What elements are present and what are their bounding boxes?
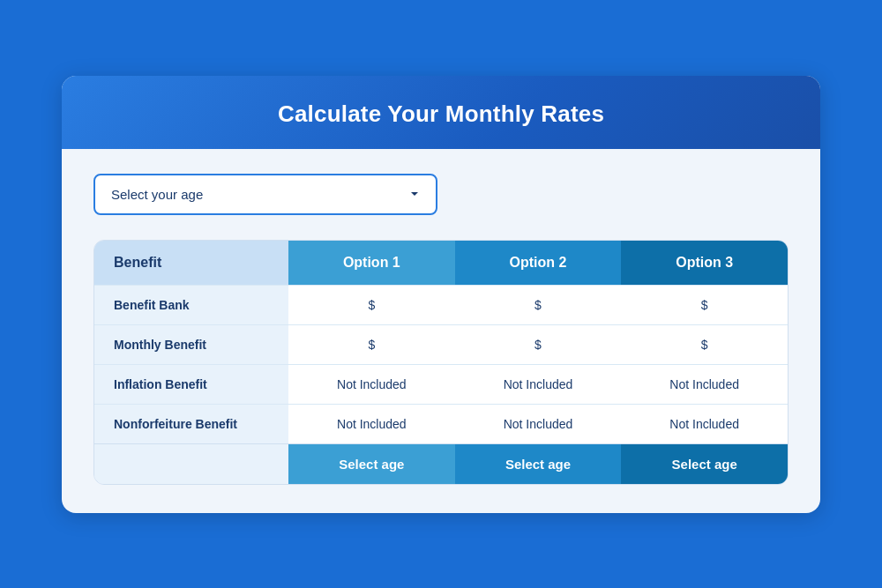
- footer-empty-cell: [94, 443, 288, 484]
- age-select[interactable]: Select your age Under 30 30–39 40–49 50–…: [93, 174, 437, 215]
- benefit-bank-opt2: $: [455, 285, 622, 324]
- col-option1-header: Option 1: [288, 241, 455, 286]
- table-row: Monthly Benefit $ $ $: [94, 324, 788, 364]
- monthly-benefit-label: Monthly Benefit: [94, 324, 288, 364]
- page-title: Calculate Your Monthly Rates: [97, 100, 785, 128]
- table-header-row: Benefit Option 1 Option 2 Option 3: [94, 241, 788, 286]
- nonforfeiture-benefit-opt3: Not Included: [621, 404, 788, 443]
- nonforfeiture-benefit-opt1: Not Included: [288, 404, 455, 443]
- age-select-wrapper: Select your age Under 30 30–39 40–49 50–…: [93, 174, 789, 215]
- monthly-benefit-opt2: $: [455, 324, 622, 364]
- table-footer-row: Select age Select age Select age: [94, 443, 788, 484]
- inflation-benefit-opt1: Not Included: [288, 364, 455, 404]
- table-row: Inflation Benefit Not Included Not Inclu…: [94, 364, 788, 404]
- nonforfeiture-benefit-opt2: Not Included: [455, 404, 622, 443]
- card-header: Calculate Your Monthly Rates: [62, 76, 820, 149]
- col-option3-header: Option 3: [621, 241, 788, 286]
- inflation-benefit-opt3: Not Included: [621, 364, 788, 404]
- footer-opt3-cell: Select age: [621, 443, 788, 484]
- col-option2-header: Option 2: [455, 241, 622, 286]
- table-row: Nonforfeiture Benefit Not Included Not I…: [94, 404, 788, 443]
- main-card: Calculate Your Monthly Rates Select your…: [62, 76, 820, 513]
- benefit-bank-label: Benefit Bank: [94, 285, 288, 324]
- monthly-benefit-opt1: $: [288, 324, 455, 364]
- select-age-option1-button[interactable]: Select age: [288, 444, 455, 484]
- footer-opt1-cell: Select age: [288, 443, 455, 484]
- nonforfeiture-benefit-label: Nonforfeiture Benefit: [94, 404, 288, 443]
- select-age-option3-button[interactable]: Select age: [621, 444, 788, 484]
- inflation-benefit-label: Inflation Benefit: [94, 364, 288, 404]
- benefit-bank-opt3: $: [621, 285, 788, 324]
- card-body: Select your age Under 30 30–39 40–49 50–…: [62, 149, 820, 513]
- inflation-benefit-opt2: Not Included: [455, 364, 622, 404]
- rates-table-container: Benefit Option 1 Option 2 Option 3 Benef…: [93, 240, 789, 485]
- select-age-option2-button[interactable]: Select age: [455, 444, 622, 484]
- monthly-benefit-opt3: $: [621, 324, 788, 364]
- footer-opt2-cell: Select age: [455, 443, 622, 484]
- benefit-bank-opt1: $: [288, 285, 455, 324]
- table-row: Benefit Bank $ $ $: [94, 285, 788, 324]
- rates-table: Benefit Option 1 Option 2 Option 3 Benef…: [94, 241, 788, 484]
- col-benefit-header: Benefit: [94, 241, 288, 286]
